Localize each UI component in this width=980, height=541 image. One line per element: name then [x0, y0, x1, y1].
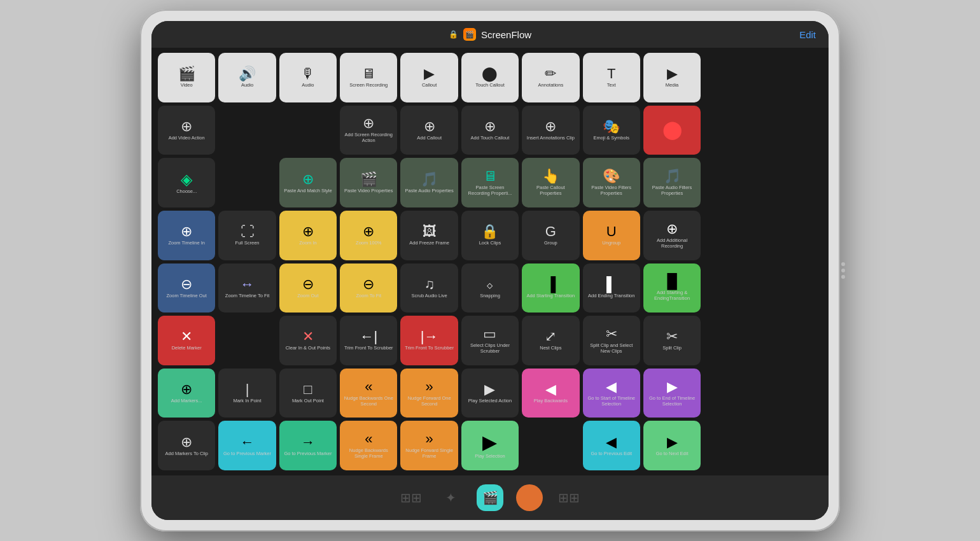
- add-start-end-trans-button[interactable]: ▐▌Add Starting & EndingTransition: [643, 263, 701, 313]
- empty5: [704, 106, 761, 155]
- mark-in-button[interactable]: |Mark In Point: [218, 369, 276, 418]
- lock-clips-button[interactable]: 🔒Lock Clips: [461, 211, 519, 260]
- goto-prev-marker2-label: Go to Previous Marker: [284, 451, 332, 456]
- paste-video-filters-icon: 🎨: [603, 169, 620, 183]
- add-additional-rec-button[interactable]: ⊕Add Additional Recording: [643, 211, 701, 260]
- add-touch-callout-button[interactable]: ⊕Add Touch Callout: [461, 106, 519, 155]
- play-selection-button[interactable]: ▶Play Selection: [461, 421, 519, 470]
- choose-button[interactable]: ◈Choose...: [158, 158, 215, 207]
- delete-marker-button[interactable]: ✕Delete Marker: [158, 316, 215, 365]
- goto-prev-marker1-button[interactable]: ←Go to Previous Marker: [218, 421, 276, 470]
- record-dot[interactable]: [516, 484, 543, 511]
- add-video-action-button[interactable]: ⊕Add Video Action: [158, 106, 215, 155]
- media-button[interactable]: ▶Media: [643, 53, 701, 102]
- add-end-trans-button[interactable]: ▌Add Ending Transition: [583, 263, 640, 313]
- grid-left-icon[interactable]: ⊞⊞: [398, 484, 424, 511]
- video-icon: 🎬: [178, 67, 195, 81]
- snapping-button[interactable]: ⬦Snapping: [461, 263, 519, 313]
- screen-recording-label: Screen Recording: [349, 82, 388, 88]
- nudge-fwd-1s-button[interactable]: »Nudge Forward One Second: [400, 369, 458, 418]
- nest-clips-button[interactable]: ⤢Nest Clips: [522, 316, 579, 365]
- touch-callout-icon: ⬤: [482, 67, 498, 81]
- nudge-back-1s-button[interactable]: «Nudge Backwards One Second: [340, 369, 397, 418]
- select-clips-under-label: Select Clips Under Scrubber: [465, 342, 515, 354]
- text-button[interactable]: TText: [583, 53, 640, 102]
- zoom-timeline-fit-button[interactable]: ↔Zoom Timeline To Fit: [218, 263, 276, 313]
- play-backwards-button[interactable]: ◀Play Backwards: [522, 369, 579, 418]
- paste-match-style-button[interactable]: ⊕Paste And Match Style: [279, 158, 337, 207]
- ungroup-button[interactable]: UUngroup: [583, 211, 640, 260]
- nudge-back-1f-button[interactable]: «Nudge Backwards Single Frame: [340, 421, 397, 470]
- trim-front-scrubber2-button[interactable]: |→Trim Front To Scrubber: [400, 316, 458, 365]
- touch-callout-button[interactable]: ⬤Touch Callout: [461, 53, 519, 102]
- goto-end-sel-button[interactable]: ▶Go to End of Timeline Selection: [643, 369, 701, 418]
- add-markers-clip-label: Add Markers To Clip: [165, 451, 207, 456]
- zoom-100-button[interactable]: ⊕Zoom 100%: [340, 211, 397, 260]
- annotations-button[interactable]: ✏Annotations: [522, 53, 579, 102]
- zoom-in-button[interactable]: ⊕Zoom In: [279, 211, 337, 260]
- app-icon: 🎬: [463, 28, 476, 41]
- choose-icon: ◈: [181, 172, 192, 187]
- zoom-out-label: Zoom Out: [297, 293, 318, 299]
- trim-front-scrubber-button[interactable]: ←|Trim Front To Scrubber: [340, 316, 397, 365]
- add-freeze-frame-button[interactable]: 🖼Add Freeze Frame: [400, 211, 458, 260]
- paste-video-props-label: Paste Video Properties: [344, 188, 393, 193]
- goto-prev-edit-button[interactable]: ◀Go to Previous Edit: [583, 421, 640, 470]
- video-button[interactable]: 🎬Video: [158, 53, 215, 102]
- clear-in-out-button[interactable]: ✕Clear In & Out Points: [279, 316, 337, 365]
- edit-button[interactable]: Edit: [799, 29, 816, 40]
- add-start-trans-icon: ▐: [546, 278, 556, 292]
- goto-start-sel-button[interactable]: ◀Go to Start of Timeline Selection: [583, 369, 640, 418]
- grid-right-icon[interactable]: ⊞⊞: [556, 484, 582, 511]
- empty18: [765, 369, 822, 418]
- empty8: [704, 158, 761, 207]
- empty13: [765, 263, 822, 313]
- red-record-button[interactable]: ⬤: [643, 106, 701, 155]
- add-start-trans-button[interactable]: ▐Add Starting Transition: [522, 263, 579, 313]
- screen-recording-icon: 🖥: [361, 67, 375, 81]
- play-selected-button[interactable]: ▶Play Selected Action: [461, 369, 519, 418]
- split-select-button[interactable]: ✂Split Clip and Select New Clips: [583, 316, 640, 365]
- add-screen-rec-icon: ⊕: [363, 116, 374, 130]
- zoom-to-fit-button[interactable]: ⊖Zoom To Fit: [340, 263, 397, 313]
- audio1-button[interactable]: 🔊Audio: [218, 53, 276, 102]
- zoom-timeline-out-label: Zoom Timeline Out: [167, 293, 207, 299]
- nudge-back-1s-label: Nudge Backwards One Second: [344, 395, 393, 407]
- paste-video-filters-label: Paste Video Filters Properties: [587, 185, 636, 196]
- paste-video-filters-button[interactable]: 🎨Paste Video Filters Properties: [583, 158, 640, 207]
- nudge-fwd-1s-label: Nudge Forward One Second: [405, 395, 454, 407]
- select-clips-under-button[interactable]: ▭Select Clips Under Scrubber: [461, 316, 519, 365]
- group-button[interactable]: GGroup: [522, 211, 579, 260]
- add-callout-button[interactable]: ⊕Add Callout: [400, 106, 458, 155]
- audio2-button[interactable]: 🎙Audio: [279, 53, 337, 102]
- network-icon[interactable]: ✦: [437, 484, 464, 511]
- split-clip-button[interactable]: ✂Split Clip: [643, 316, 701, 365]
- paste-callout-icon: 👆: [542, 169, 559, 183]
- add-markers-clip-button[interactable]: ⊕Add Markers To Clip: [158, 421, 215, 470]
- add-markers-button[interactable]: ⊕Add Markers...: [158, 369, 215, 418]
- add-markers-label: Add Markers...: [171, 398, 202, 404]
- paste-callout-button[interactable]: 👆Paste Callout Properties: [522, 158, 579, 207]
- insert-annotations-button[interactable]: ⊕Insert Annotations Clip: [522, 106, 579, 155]
- screen-recording-button[interactable]: 🖥Screen Recording: [340, 53, 397, 102]
- full-screen-button[interactable]: ⛶Full Screen: [218, 211, 276, 260]
- zoom-timeline-out-button[interactable]: ⊖Zoom Timeline Out: [158, 263, 215, 313]
- paste-video-props-button[interactable]: 🎬Paste Video Properties: [340, 158, 397, 207]
- camera-icon[interactable]: 🎬: [477, 484, 503, 511]
- zoom-out-button[interactable]: ⊖Zoom Out: [279, 263, 337, 313]
- paste-screen-rec-button[interactable]: 🖥Paste Screen Recording Properti...: [461, 158, 519, 207]
- trim-front-scrubber-label: Trim Front To Scrubber: [344, 345, 393, 351]
- nudge-fwd-1f-icon: »: [426, 432, 433, 446]
- emoji-symbols-button[interactable]: 🎭Emoji & Symbols: [583, 106, 640, 155]
- paste-audio-props-button[interactable]: 🎵Paste Audio Properties: [400, 158, 458, 207]
- mark-out-button[interactable]: □Mark Out Point: [279, 369, 337, 418]
- goto-next-edit-button[interactable]: ▶Go to Next Edit: [643, 421, 701, 470]
- zoom-timeline-in-button[interactable]: ⊕Zoom Timeline In: [158, 211, 215, 260]
- add-screen-rec-button[interactable]: ⊕Add Screen Recording Action: [340, 106, 397, 155]
- scrub-audio-button[interactable]: ♫Scrub Audio Live: [400, 263, 458, 313]
- callout-button[interactable]: ▶Callout: [400, 53, 458, 102]
- goto-prev-marker2-button[interactable]: →Go to Previous Marker: [279, 421, 337, 470]
- add-start-trans-label: Add Starting Transition: [526, 293, 575, 299]
- nudge-fwd-1f-button[interactable]: »Nudge Forward Single Frame: [400, 421, 458, 470]
- paste-audio-filters-button[interactable]: 🎵Paste Audio Filters Properties: [643, 158, 701, 207]
